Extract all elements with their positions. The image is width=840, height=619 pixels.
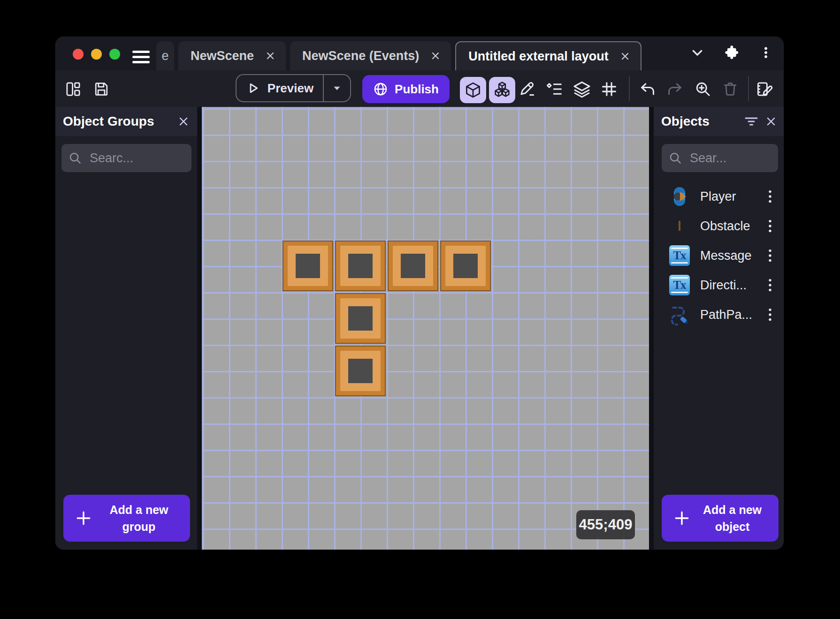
text-object-icon: Tx bbox=[669, 245, 690, 266]
object-menu-dots-icon[interactable] bbox=[762, 304, 779, 325]
plus-icon bbox=[76, 510, 92, 526]
cubes-stack-icon bbox=[493, 81, 512, 99]
object-name: Obstacle bbox=[700, 219, 750, 234]
editor-tab[interactable]: NewScene bbox=[178, 41, 286, 70]
edit-scene-properties-icon[interactable] bbox=[755, 79, 775, 99]
undo-icon[interactable] bbox=[637, 79, 658, 99]
publish-button[interactable]: Publish bbox=[362, 75, 450, 103]
extensions-puzzle-icon[interactable] bbox=[722, 43, 741, 62]
caret-down-icon bbox=[331, 82, 343, 94]
tab-close-icon[interactable] bbox=[428, 49, 443, 63]
objects-search-box[interactable] bbox=[662, 144, 778, 172]
instances-list-icon[interactable] bbox=[544, 79, 565, 99]
text-object-icon: Tx bbox=[669, 275, 690, 295]
globe-icon bbox=[373, 82, 388, 97]
panels-layout-icon[interactable] bbox=[63, 79, 84, 99]
editor-content: Object Groups Add a new group bbox=[55, 107, 784, 550]
tab-label: NewScene (Events) bbox=[302, 49, 419, 63]
edit-pencil-icon[interactable] bbox=[517, 79, 538, 99]
delete-trash-icon[interactable] bbox=[720, 79, 741, 99]
close-window-button[interactable] bbox=[73, 49, 84, 60]
more-options-icon[interactable] bbox=[756, 43, 775, 62]
plus-icon bbox=[674, 510, 690, 526]
add-object-button[interactable]: Add a new object bbox=[662, 495, 779, 542]
object-name: Message bbox=[700, 249, 752, 263]
main-menu-icon[interactable] bbox=[132, 50, 150, 64]
toolbar-divider bbox=[629, 76, 630, 101]
preview-dropdown-button[interactable] bbox=[324, 75, 350, 101]
filter-icon[interactable] bbox=[741, 112, 761, 131]
close-panel-icon[interactable] bbox=[174, 112, 193, 131]
objects-search-input[interactable] bbox=[690, 151, 771, 166]
object-groups-panel: Object Groups Add a new group bbox=[55, 107, 197, 550]
publish-label: Publish bbox=[395, 82, 439, 97]
tab-label: Untitled external layout bbox=[468, 49, 609, 64]
object-list-item[interactable]: PathPa... bbox=[654, 300, 784, 330]
tab-close-icon[interactable] bbox=[263, 49, 277, 63]
object-name: Player bbox=[700, 189, 736, 204]
editor-tab[interactable]: Untitled external layout bbox=[455, 41, 641, 70]
preview-main[interactable]: Preview bbox=[237, 75, 323, 101]
obstacle-instance[interactable] bbox=[388, 241, 438, 291]
editor-tab[interactable]: NewScene (Events) bbox=[290, 41, 451, 70]
tab-label: NewScene bbox=[191, 49, 254, 63]
tab-partial[interactable]: e bbox=[156, 41, 174, 70]
path-icon bbox=[669, 304, 690, 325]
obstacle-instance[interactable] bbox=[283, 241, 333, 291]
obstacle-instance[interactable] bbox=[440, 241, 491, 291]
close-panel-icon[interactable] bbox=[761, 112, 781, 131]
obstacle-instance[interactable] bbox=[335, 241, 386, 291]
cube-icon bbox=[464, 81, 482, 99]
object-thumbnail: Tx bbox=[668, 274, 691, 296]
tab-close-icon[interactable] bbox=[618, 49, 632, 63]
object-menu-dots-icon[interactable] bbox=[762, 245, 779, 266]
groups-search-input[interactable] bbox=[90, 151, 185, 166]
titlebar-actions bbox=[688, 43, 775, 62]
objects-list: Player Obstacle Tx Message bbox=[654, 182, 784, 330]
chevron-down-icon[interactable] bbox=[688, 43, 707, 62]
objects-title: Objects bbox=[661, 114, 710, 129]
add-object-label: Add a new object bbox=[690, 501, 779, 536]
player-icon bbox=[669, 186, 690, 207]
layers-icon[interactable] bbox=[572, 79, 592, 99]
preview-label: Preview bbox=[267, 81, 313, 96]
zoom-in-icon[interactable] bbox=[693, 79, 713, 99]
object-thumbnail bbox=[668, 215, 691, 237]
tab-strip: e NewScene NewScene (Events) Untitled ex… bbox=[156, 41, 665, 70]
object-groups-title: Object Groups bbox=[63, 114, 154, 129]
objects-panel: Objects bbox=[654, 107, 784, 550]
object-menu-dots-icon[interactable] bbox=[762, 186, 779, 207]
object-list-item[interactable]: Tx Message bbox=[654, 241, 784, 271]
minimize-window-button[interactable] bbox=[91, 49, 102, 60]
obstacle-instance[interactable] bbox=[335, 346, 386, 396]
redo-icon[interactable] bbox=[664, 79, 685, 99]
title-bar: e NewScene NewScene (Events) Untitled ex… bbox=[55, 37, 784, 70]
obstacle-instance[interactable] bbox=[335, 293, 386, 344]
objects-instances-toggle[interactable] bbox=[489, 77, 515, 103]
object-thumbnail bbox=[668, 185, 691, 208]
object-menu-dots-icon[interactable] bbox=[762, 216, 779, 236]
scene-canvas[interactable]: 455;409 bbox=[202, 107, 649, 550]
search-icon bbox=[68, 151, 82, 165]
search-icon bbox=[668, 151, 682, 165]
zoom-window-button[interactable] bbox=[109, 49, 120, 60]
object-groups-header: Object Groups bbox=[55, 107, 197, 136]
object-list-item[interactable]: Player bbox=[654, 182, 784, 211]
obstacle-icon bbox=[679, 222, 680, 230]
grid-icon[interactable] bbox=[599, 79, 619, 99]
object-list-item[interactable]: Obstacle bbox=[654, 211, 784, 241]
scene-3d-view-toggle[interactable] bbox=[460, 77, 486, 103]
objects-header: Objects bbox=[654, 107, 784, 136]
groups-search-box[interactable] bbox=[61, 144, 191, 172]
object-name: PathPa... bbox=[700, 308, 752, 322]
object-list-item[interactable]: Tx Directi... bbox=[654, 271, 784, 300]
gdevelop-window: e NewScene NewScene (Events) Untitled ex… bbox=[55, 37, 784, 550]
add-group-button[interactable]: Add a new group bbox=[63, 495, 190, 542]
object-thumbnail bbox=[668, 303, 691, 326]
preview-button[interactable]: Preview bbox=[236, 74, 351, 102]
add-group-label: Add a new group bbox=[92, 501, 190, 536]
toolbar-divider bbox=[748, 76, 749, 101]
object-thumbnail: Tx bbox=[668, 244, 691, 267]
object-menu-dots-icon[interactable] bbox=[762, 275, 779, 295]
save-icon[interactable] bbox=[91, 79, 112, 99]
